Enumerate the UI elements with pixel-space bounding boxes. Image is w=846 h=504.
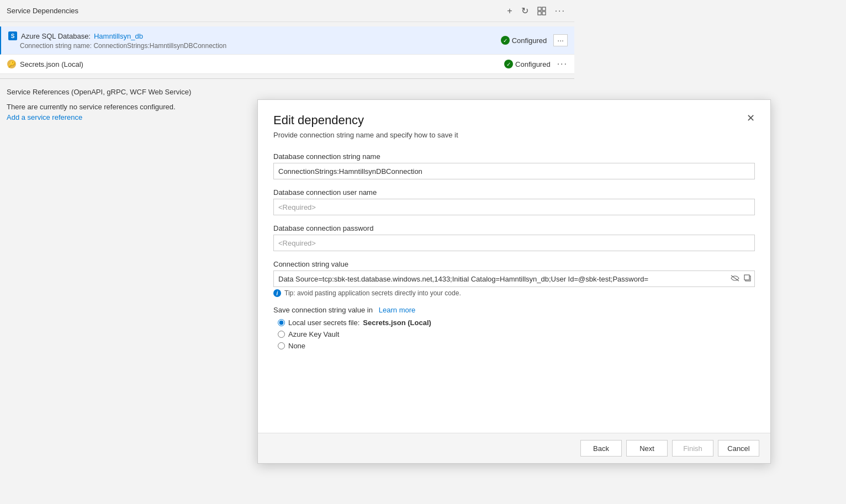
- configured-label-2: Configured: [515, 60, 551, 68]
- toggle-visibility-button[interactable]: [729, 273, 741, 284]
- dialog-header: Edit dependency ✕: [258, 100, 770, 128]
- toolbar-actions: + ↻ ···: [505, 4, 568, 17]
- cancel-button[interactable]: Cancel: [718, 440, 759, 457]
- svg-text:🔑: 🔑: [8, 60, 15, 68]
- svg-rect-1: [542, 7, 546, 10]
- dialog-body: Database connection string name Database…: [258, 148, 770, 433]
- svg-text:S: S: [11, 33, 15, 39]
- svg-rect-2: [538, 12, 541, 15]
- dep-subtitle: Connection string name: ConnectionString…: [8, 42, 226, 50]
- dialog-footer: Back Next Finish Cancel: [258, 433, 770, 463]
- configured-status-1: ✓ Configured: [501, 36, 547, 45]
- db-password-input[interactable]: [273, 235, 755, 251]
- dep-item-secrets: 🔑 Secrets.json (Local) ✓ Configured ···: [0, 55, 574, 74]
- dialog-title: Edit dependency: [273, 113, 364, 128]
- svg-rect-3: [542, 12, 546, 15]
- page-title: Service Dependencies: [7, 7, 78, 15]
- conn-string-icons: [729, 273, 753, 285]
- db-password-group: Database connection password: [273, 224, 755, 251]
- svg-rect-9: [744, 275, 749, 280]
- dep-title-name: Hamntillsyn_db: [94, 32, 143, 40]
- check-icon-1: ✓: [501, 36, 510, 45]
- configured-label-1: Configured: [512, 36, 547, 45]
- secrets-icon: 🔑: [7, 59, 17, 69]
- azure-sql-icon: S: [8, 31, 18, 41]
- configured-status-2: ✓ Configured: [504, 60, 551, 68]
- refresh-button[interactable]: ↻: [519, 4, 531, 17]
- save-section: Save connection string value in Learn mo…: [273, 306, 755, 350]
- db-user-name-input[interactable]: [273, 199, 755, 215]
- dep-title-prefix: Azure SQL Database:: [21, 32, 91, 40]
- dep-more-button-1[interactable]: ···: [553, 34, 568, 46]
- radio-none[interactable]: [278, 342, 285, 349]
- back-button[interactable]: Back: [580, 440, 622, 457]
- settings-button[interactable]: [535, 6, 548, 17]
- radio-group: Local user secrets file: Secrets.json (L…: [273, 319, 755, 350]
- finish-button[interactable]: Finish: [672, 440, 713, 457]
- radio-azure[interactable]: [278, 331, 285, 338]
- radio-item-local[interactable]: Local user secrets file: Secrets.json (L…: [278, 319, 755, 327]
- edit-dependency-dialog: Edit dependency ✕ Provide connection str…: [257, 99, 771, 464]
- copy-button[interactable]: [743, 273, 753, 285]
- more-toolbar-button[interactable]: ···: [553, 5, 568, 17]
- db-user-name-label: Database connection user name: [273, 188, 755, 197]
- next-button[interactable]: Next: [626, 440, 668, 457]
- service-refs-title: Service References (OpenAPI, gRPC, WCF W…: [7, 88, 568, 96]
- conn-string-value-group: Connection string value: [273, 260, 755, 297]
- radio-item-none[interactable]: None: [278, 342, 755, 350]
- db-conn-string-name-label: Database connection string name: [273, 152, 755, 161]
- conn-string-value-input[interactable]: [273, 270, 755, 287]
- dep-more-button-2[interactable]: ···: [557, 59, 568, 69]
- info-icon: i: [273, 289, 281, 297]
- learn-more-link[interactable]: Learn more: [379, 306, 415, 314]
- tip-text: i Tip: avoid pasting application secrets…: [273, 289, 755, 297]
- dialog-close-button[interactable]: ✕: [747, 113, 755, 123]
- check-icon-2: ✓: [504, 60, 513, 68]
- radio-local[interactable]: [278, 319, 285, 326]
- db-password-label: Database connection password: [273, 224, 755, 232]
- db-conn-string-name-input[interactable]: [273, 163, 755, 179]
- conn-string-wrapper: [273, 270, 755, 287]
- radio-item-azure[interactable]: Azure Key Vault: [278, 330, 755, 338]
- save-label: Save connection string value in Learn mo…: [273, 306, 755, 314]
- add-button[interactable]: +: [505, 5, 514, 17]
- dep-item-azure-sql: S Azure SQL Database: Hamntillsyn_db Con…: [0, 26, 574, 55]
- dialog-subtitle: Provide connection string name and speci…: [258, 128, 770, 148]
- dep-title-secrets: Secrets.json (Local): [20, 60, 83, 68]
- dependency-list: S Azure SQL Database: Hamntillsyn_db Con…: [0, 22, 574, 78]
- svg-rect-0: [538, 7, 541, 10]
- db-conn-string-name-group: Database connection string name: [273, 152, 755, 179]
- db-user-name-group: Database connection user name: [273, 188, 755, 215]
- conn-string-value-label: Connection string value: [273, 260, 755, 268]
